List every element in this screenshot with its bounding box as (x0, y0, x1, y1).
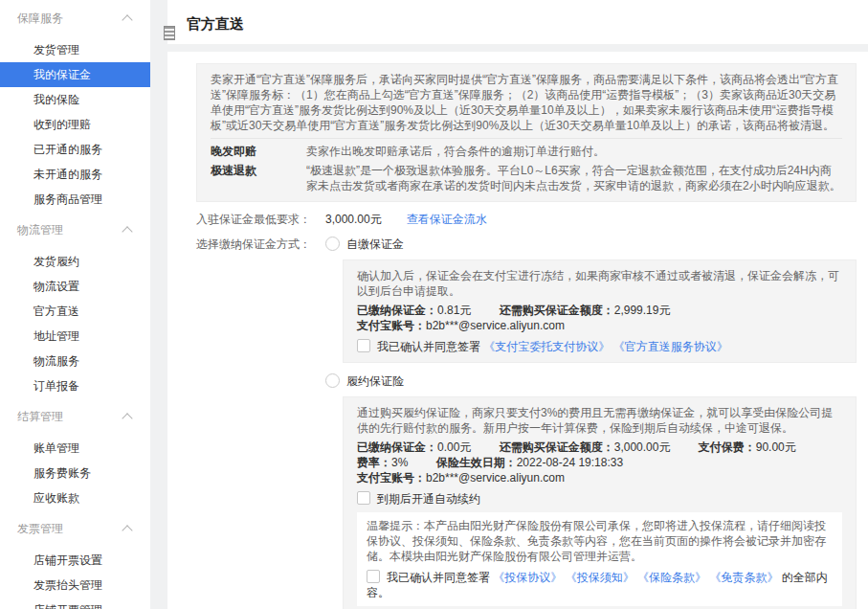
insurer-notice-box: 温馨提示：本产品由阳光财产保险股份有限公司承保，您即将进入投保流程，请仔细阅读投… (357, 512, 842, 606)
section-label: 结算管理 (17, 409, 63, 425)
sidebar-item-logistics-services[interactable]: 物流服务 (0, 349, 150, 373)
sidebar-item-service-product-management[interactable]: 服务商品管理 (0, 187, 150, 212)
sidebar-item-address-management[interactable]: 地址管理 (0, 324, 150, 349)
insurance-agree-checkbox[interactable] (367, 570, 380, 583)
section-label: 保障服务 (17, 11, 63, 27)
premium-field: 支付保费：90.00元 (699, 440, 796, 455)
sidebar-section-invoice[interactable]: 发票管理 (0, 510, 150, 548)
rate-field: 费率：3% (357, 455, 408, 470)
divider (211, 138, 842, 139)
agree-prefix: 我已确认并同意签署 (377, 340, 480, 353)
sidebar-item-shop-invoice-settings[interactable]: 店铺开票设置 (0, 548, 150, 573)
service-notice-box: 卖家开通“官方直送”保障服务后，承诺向买家同时提供“官方直送”保障服务，商品需要… (196, 63, 857, 202)
insure-agreement-link[interactable]: 《投保协议》 (493, 571, 562, 584)
sidebar-item-opened-services[interactable]: 已开通的服务 (0, 137, 150, 162)
effective-date-field: 保险生效日期：2022-08-24 19:18:33 (436, 455, 623, 470)
insurance-desc: 通过购买履约保证险，商家只要支付3%的费用且无需再缴纳保证金，就可以享受由保险公… (357, 405, 842, 436)
insurance-fields: 已缴纳保证金：0.00元 还需购买保证金额度：3,000.00元 支付保费：90… (357, 440, 842, 485)
sidebar-item-receivables[interactable]: 应收账款 (0, 485, 150, 510)
auto-renew-checkbox[interactable] (357, 491, 370, 505)
auto-renew-line: 到期后开通自动续约 (357, 491, 842, 507)
sidebar-item-my-deposit[interactable]: 我的保证金 (0, 62, 150, 87)
insurance-detail-box: 通过购买履约保证险，商家只要支付3%的费用且无需再缴纳保证金，就可以享受由保险公… (343, 396, 857, 609)
chevron-up-icon[interactable] (122, 525, 132, 535)
late-ship-label: 晚发即赔 (211, 144, 306, 159)
fast-refund-text: “极速退款”是一个极致退款体验服务。平台L0～L6买家，符合一定退款金额范围，在… (306, 163, 842, 193)
self-pay-fields: 已缴纳保证金：0.81元 还需购买保证金额度：2,999.19元 支付宝账号：b… (357, 303, 842, 333)
self-pay-agree-line: 我已确认并同意签署 《支付宝委托支付协议》 《官方直送服务协议》 (357, 339, 842, 354)
self-pay-agree-checkbox[interactable] (357, 339, 370, 352)
sidebar-item-my-insurance[interactable]: 我的保险 (0, 87, 150, 112)
section-label: 物流管理 (17, 222, 63, 238)
chevron-up-icon[interactable] (122, 413, 132, 423)
agree-prefix: 我已确认并同意签署 (387, 571, 490, 584)
remaining-deposit-field: 还需购买保证金额度：2,999.19元 (500, 303, 671, 318)
auto-renew-label[interactable]: 到期后开通自动续约 (377, 492, 480, 506)
sidebar-item-order-filing[interactable]: 订单报备 (0, 373, 150, 398)
chevron-up-icon[interactable] (122, 226, 132, 237)
alipay-entrust-agreement-link[interactable]: 《支付宝委托支付协议》 (483, 340, 610, 353)
sidebar-item-shipping-management[interactable]: 发货管理 (0, 37, 150, 62)
fast-refund-row: 极速退款 “极速退款”是一个极致退款体验服务。平台L0～L6买家，符合一定退款金… (211, 163, 842, 193)
deposit-minimum-value: 3,000.00元 (325, 212, 382, 227)
sidebar-item-logistics-settings[interactable]: 物流设置 (0, 274, 150, 299)
insurance-radio[interactable] (325, 373, 340, 388)
deposit-minimum-row: 入驻保证金最低要求： 3,000.00元 查看保证金流水 (196, 212, 857, 227)
self-pay-detail-box: 确认加入后，保证金会在支付宝进行冻结，如果商家审核不通过或者被清退，保证金会解冻… (343, 259, 857, 363)
remaining-deposit-field: 还需购买保证金额度：3,000.00元 (500, 440, 671, 455)
insure-notes-link[interactable]: 《投保须知》 (566, 571, 634, 584)
sidebar-item-service-fee-accounts[interactable]: 服务费账务 (0, 461, 150, 485)
late-ship-text: 卖家作出晚发即赔承诺后，符合条件的逾期订单进行赔付。 (306, 144, 842, 159)
exemption-terms-link[interactable]: 《免责条款》 (709, 571, 778, 584)
sidebar-section-guarantee-services[interactable]: 保障服务 (0, 0, 150, 37)
insurance-radio-label[interactable]: 履约保证险 (346, 374, 404, 388)
insurance-agree-line: 我已确认并同意签署 《投保协议》 《投保须知》 《保险条款》 《免责条款》 的全… (367, 570, 833, 600)
paid-deposit-field: 已缴纳保证金：0.81元 (357, 303, 471, 318)
late-ship-compensation-row: 晚发即赔 卖家作出晚发即赔承诺后，符合条件的逾期订单进行赔付。 (211, 144, 842, 159)
service-notice-paragraph: 卖家开通“官方直送”保障服务后，承诺向买家同时提供“官方直送”保障服务，商品需要… (211, 72, 842, 133)
title-bar: 官方直送 (167, 0, 868, 44)
self-pay-radio[interactable] (325, 237, 340, 251)
sidebar-item-bill-management[interactable]: 账单管理 (0, 436, 150, 461)
self-pay-tip: 确认加入后，保证金会在支付宝进行冻结，如果商家审核不通过或者被清退，保证金会解冻… (357, 268, 842, 299)
view-deposit-flow-link[interactable]: 查看保证金流水 (407, 212, 487, 227)
alipay-account-field: 支付宝账号：b2b***@service.aliyun.com (357, 470, 565, 485)
sidebar-item-official-direct-delivery[interactable]: 官方直送 (0, 299, 150, 324)
sidebar-item-unopened-services[interactable]: 未开通的服务 (0, 162, 150, 187)
policy-terms-link[interactable]: 《保险条款》 (637, 571, 706, 584)
payment-method-options: 自缴保证金 确认加入后，保证金会在支付宝进行冻结，如果商家审核不通过或者被清退，… (325, 237, 857, 609)
sidebar-item-invoice-title-management[interactable]: 发票抬头管理 (0, 573, 150, 598)
payment-method-label: 选择缴纳保证金方式： (196, 237, 325, 609)
broken-image-icon (164, 26, 175, 40)
sidebar-item-shop-invoicing-management[interactable]: 店铺开票管理 (0, 598, 150, 609)
page-title: 官方直送 (167, 0, 868, 34)
sidebar-item-claims-received[interactable]: 收到的理赔 (0, 112, 150, 137)
sidebar-section-logistics[interactable]: 物流管理 (0, 212, 150, 249)
alipay-account-field: 支付宝账号：b2b***@service.aliyun.com (357, 318, 565, 333)
fast-refund-label: 极速退款 (211, 163, 306, 193)
self-pay-radio-label[interactable]: 自缴保证金 (346, 237, 404, 251)
paid-deposit-field: 已缴纳保证金：0.00元 (357, 440, 471, 455)
chevron-up-icon[interactable] (122, 14, 132, 25)
self-pay-option[interactable]: 自缴保证金 (325, 237, 857, 252)
deposit-minimum-label: 入驻保证金最低要求： (196, 212, 325, 227)
section-label: 发票管理 (17, 521, 63, 537)
sidebar: 保障服务 发货管理 我的保证金 我的保险 收到的理赔 已开通的服务 未开通的服务… (0, 0, 150, 609)
payment-method-row: 选择缴纳保证金方式： 自缴保证金 确认加入后，保证金会在支付宝进行冻结，如果商家… (196, 237, 857, 609)
main-content: 卖家开通“官方直送”保障服务后，承诺向买家同时提供“官方直送”保障服务，商品需要… (167, 52, 868, 609)
sidebar-section-settlement[interactable]: 结算管理 (0, 398, 150, 436)
direct-delivery-agreement-link[interactable]: 《官方直送服务协议》 (613, 340, 728, 353)
insurer-notice-text: 温馨提示：本产品由阳光财产保险股份有限公司承保，您即将进入投保流程，请仔细阅读投… (367, 518, 833, 564)
sidebar-item-shipping-fulfillment[interactable]: 发货履约 (0, 249, 150, 274)
insurance-option[interactable]: 履约保证险 (325, 373, 857, 389)
